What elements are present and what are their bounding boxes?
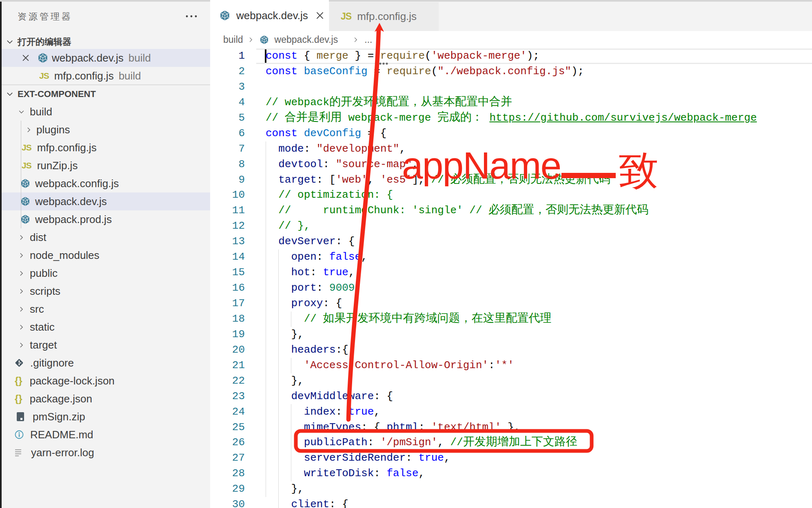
svg-text:appName: appName [402, 144, 561, 187]
svg-text:致: 致 [619, 148, 659, 193]
